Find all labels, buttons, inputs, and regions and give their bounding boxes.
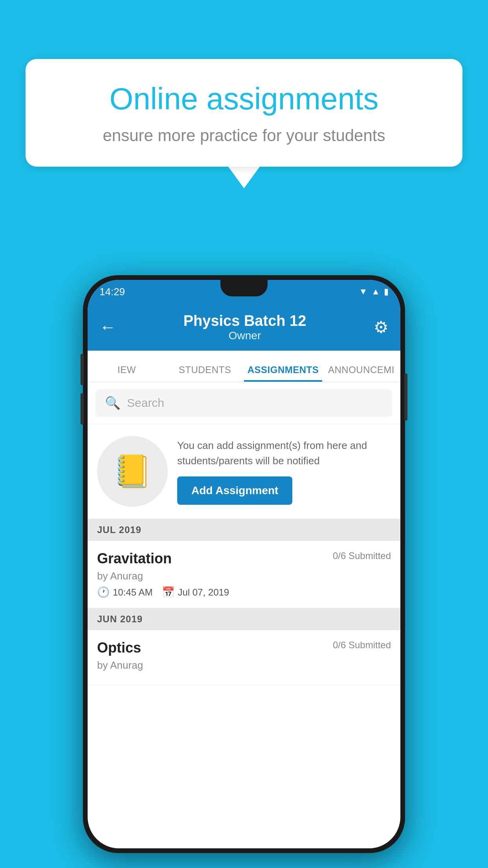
tab-bar: IEW STUDENTS ASSIGNMENTS ANNOUNCEMI (88, 351, 400, 382)
search-placeholder-text: Search (127, 396, 164, 410)
tab-iew[interactable]: IEW (88, 364, 166, 382)
assignment-date: 📅 Jul 07, 2019 (162, 586, 229, 598)
promo-content: You can add assignment(s) from here and … (177, 438, 391, 505)
assignment-status-optics: 0/6 Submitted (333, 640, 391, 651)
status-bar: 14:29 ▼ ▲ ▮ (88, 280, 400, 303)
notebook-icon: 📒 (113, 453, 152, 490)
phone-content: IEW STUDENTS ASSIGNMENTS ANNOUNCEMI 🔍 Se… (88, 351, 400, 848)
assignment-by: by Anurag (97, 570, 391, 582)
phone-notch (220, 280, 268, 296)
promo-icon-circle: 📒 (97, 436, 168, 507)
settings-icon[interactable]: ⚙ (374, 318, 389, 337)
status-time: 14:29 (99, 286, 125, 298)
calendar-icon: 📅 (162, 586, 174, 598)
assignment-date-value: Jul 07, 2019 (178, 587, 229, 598)
power-button (404, 373, 407, 421)
header-center: Physics Batch 12 Owner (183, 313, 306, 342)
section-header-jun: JUN 2019 (88, 608, 400, 630)
assignment-status: 0/6 Submitted (333, 550, 391, 561)
add-assignment-button[interactable]: Add Assignment (177, 476, 292, 505)
search-bar-container: 🔍 Search (88, 382, 400, 424)
assignment-item-optics[interactable]: Optics 0/6 Submitted by Anurag (88, 630, 400, 685)
tab-assignments[interactable]: ASSIGNMENTS (244, 364, 322, 382)
status-icons: ▼ ▲ ▮ (359, 287, 389, 297)
phone-screen: 14:29 ▼ ▲ ▮ ← Physics Batch 12 Owner ⚙ I… (88, 280, 400, 848)
battery-icon: ▮ (384, 287, 389, 297)
assignment-by-optics: by Anurag (97, 659, 391, 671)
assignment-time-value: 10:45 AM (113, 587, 152, 598)
assignment-item-gravitation[interactable]: Gravitation 0/6 Submitted by Anurag 🕐 10… (88, 541, 400, 608)
header-subtitle: Owner (183, 329, 306, 342)
signal-icon: ▲ (371, 287, 380, 297)
assignment-time: 🕐 10:45 AM (97, 586, 152, 598)
add-assignment-promo: 📒 You can add assignment(s) from here an… (88, 424, 400, 519)
app-header: ← Physics Batch 12 Owner ⚙ (88, 303, 400, 351)
speech-bubble-arrow (228, 167, 260, 188)
search-input[interactable]: 🔍 Search (95, 389, 393, 417)
clock-icon: 🕐 (97, 586, 110, 598)
speech-bubble-container: Online assignments ensure more practice … (26, 59, 462, 188)
back-button[interactable]: ← (99, 318, 116, 337)
assignment-meta: 🕐 10:45 AM 📅 Jul 07, 2019 (97, 586, 391, 598)
speech-bubble-title: Online assignments (53, 81, 435, 118)
assignment-name-optics: Optics (97, 640, 141, 656)
search-icon: 🔍 (105, 395, 121, 410)
tab-students[interactable]: STUDENTS (166, 364, 244, 382)
assignment-name: Gravitation (97, 550, 172, 567)
tab-announcements[interactable]: ANNOUNCEMI (322, 364, 400, 382)
section-header-jul: JUL 2019 (88, 519, 400, 541)
assignment-top-optics: Optics 0/6 Submitted (97, 640, 391, 656)
wifi-icon: ▼ (359, 287, 367, 297)
speech-bubble-subtitle: ensure more practice for your students (53, 126, 435, 145)
promo-text: You can add assignment(s) from here and … (177, 438, 391, 469)
phone-frame: 14:29 ▼ ▲ ▮ ← Physics Batch 12 Owner ⚙ I… (83, 275, 405, 853)
assignment-top: Gravitation 0/6 Submitted (97, 550, 391, 567)
volume-up-button (81, 354, 84, 385)
header-title: Physics Batch 12 (183, 313, 306, 329)
volume-down-button (81, 393, 84, 425)
speech-bubble: Online assignments ensure more practice … (26, 59, 462, 167)
